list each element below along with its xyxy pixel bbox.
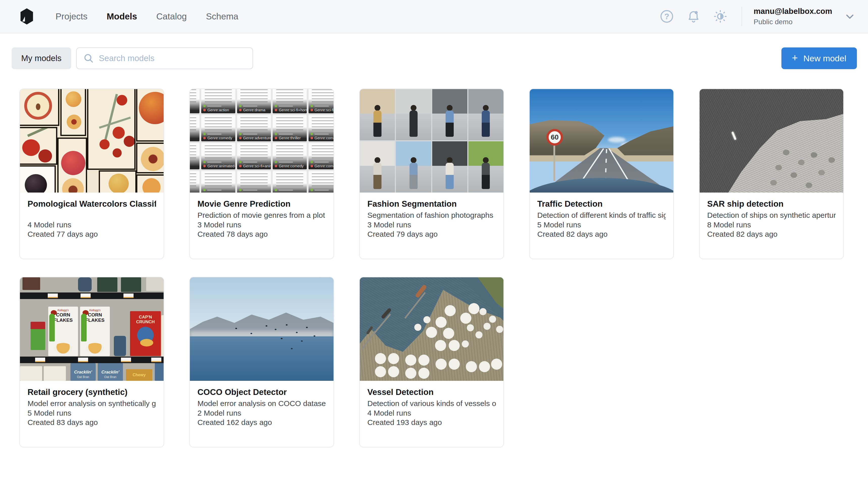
model-card-coco[interactable]: COCO Object Detector Model error analysi… — [189, 277, 334, 447]
model-card-sar[interactable]: SAR ship detection Detection of ships on… — [699, 89, 844, 259]
shelf — [20, 357, 164, 363]
model-card-body: COCO Object Detector Model error analysi… — [190, 381, 334, 427]
model-description: Detection of various kinds of vessels on… — [367, 399, 496, 408]
model-thumbnail — [360, 277, 503, 381]
deco — [66, 91, 81, 107]
main-nav: Projects Models Catalog Schema — [56, 11, 238, 22]
deco — [87, 89, 135, 170]
model-card-pomological[interactable]: Pomological Watercolors Classificat... 4… — [20, 89, 164, 259]
search-icon — [83, 53, 94, 64]
deco: Genre:animated+family — [201, 143, 235, 169]
deco — [190, 143, 199, 169]
deco — [108, 173, 129, 193]
deco — [432, 141, 467, 193]
user-email: manu@labelbox.com — [754, 6, 832, 17]
model-created: Created 79 days ago — [367, 229, 496, 239]
new-model-button[interactable]: + New model — [781, 47, 857, 69]
model-card-body: Vessel Detection Detection of various ki… — [360, 381, 503, 427]
model-thumbnail: Genre:action Genre:drama Genre:sci-fi+ho… — [190, 89, 334, 193]
deco — [62, 178, 84, 193]
deco: Genre:comedy — [309, 115, 334, 141]
top-nav: Projects Models Catalog Schema ? — [0, 0, 868, 33]
deco — [23, 277, 40, 290]
nav-item-schema[interactable]: Schema — [206, 11, 238, 22]
ship-blip — [732, 131, 737, 140]
deco: Genre:sci-fi+animated — [237, 143, 271, 169]
model-card-movie-genre[interactable]: Genre:action Genre:drama Genre:sci-fi+ho… — [189, 89, 334, 259]
deco — [136, 174, 164, 193]
deco — [113, 149, 122, 158]
model-runs: 2 Model runs — [197, 408, 326, 418]
model-description: Segmentation of fashion photographs — [367, 211, 496, 220]
model-thumbnail — [190, 277, 334, 381]
pier — [404, 292, 426, 319]
model-description: Prediction of movie genres from a plot s… — [197, 211, 326, 220]
deco — [360, 141, 395, 193]
deco — [141, 147, 164, 171]
shelf — [20, 292, 164, 299]
model-card-body: Retail grocery (synthetic) Model error a… — [20, 381, 164, 427]
models-toolbar: My models + New model — [0, 47, 868, 69]
model-card-traffic[interactable]: 60 Traffic Detection Detection of differ… — [529, 89, 674, 259]
deco — [121, 277, 141, 292]
deco — [155, 361, 164, 381]
model-card-fashion[interactable]: Fashion Segmentation Segmentation of fas… — [359, 89, 504, 259]
deco — [113, 127, 125, 139]
nav-item-projects[interactable]: Projects — [56, 11, 87, 22]
model-card-body: SAR ship detection Detection of ships on… — [700, 193, 843, 239]
model-thumbnail — [360, 89, 503, 193]
nav-divider — [742, 7, 742, 26]
model-card-body: Fashion Segmentation Segmentation of fas… — [360, 193, 503, 239]
model-description: Detection of different kinds of traffic … — [537, 211, 666, 220]
deco — [99, 117, 131, 129]
theme-toggle-button[interactable] — [712, 8, 728, 25]
nav-item-catalog[interactable]: Catalog — [156, 11, 187, 22]
search-input[interactable] — [99, 54, 246, 63]
deco — [117, 95, 127, 105]
model-title: Pomological Watercolors Classificat... — [28, 199, 156, 209]
deco — [396, 141, 431, 193]
deco — [432, 89, 467, 140]
deco — [360, 89, 395, 140]
nav-item-models[interactable]: Models — [106, 11, 137, 22]
model-created: Created 162 days ago — [197, 418, 326, 427]
deco — [61, 151, 85, 175]
deco — [31, 322, 45, 350]
help-button[interactable]: ? — [659, 8, 675, 25]
deco: Genre:action — [201, 89, 235, 113]
model-thumbnail — [700, 89, 843, 193]
notifications-button[interactable] — [685, 8, 702, 25]
deco — [38, 150, 52, 162]
deco — [20, 127, 57, 165]
model-card-body: Movie Genre Prediction Prediction of mov… — [190, 193, 334, 239]
deco: Genre:drama — [237, 89, 271, 113]
chevron-down-icon[interactable] — [844, 10, 856, 23]
deco: Genre:drama — [273, 171, 307, 193]
user-menu[interactable]: manu@labelbox.com Public demo — [754, 6, 832, 26]
model-title: SAR ship detection — [707, 199, 836, 209]
my-models-filter-button[interactable]: My models — [11, 47, 71, 69]
model-description: Detection of ships on synthetic aperture… — [707, 211, 836, 220]
model-description: Model error analysis on COCO dataset — [197, 399, 326, 408]
deco: Genre:thriller — [201, 171, 235, 193]
cereal-box: Cracklin' Oat Bran — [70, 363, 96, 381]
deco — [99, 170, 136, 193]
model-thumbnail: 60 — [530, 89, 673, 193]
deco — [139, 92, 164, 124]
model-created: Created 78 days ago — [197, 229, 326, 239]
cereal-box: Kellogg's CORN FLAKES — [80, 307, 110, 356]
model-card-body: Traffic Detection Detection of different… — [530, 193, 673, 239]
plus-icon: + — [792, 52, 798, 64]
deco: Genre:comedy — [309, 143, 334, 169]
deco — [36, 103, 40, 110]
labelbox-logo[interactable] — [20, 8, 33, 25]
deco — [190, 89, 199, 113]
cereal-box: CAP'N CRUNCH — [130, 311, 161, 356]
deco — [161, 315, 164, 357]
model-created: Created 193 days ago — [367, 418, 496, 427]
model-card-retail[interactable]: Kellogg's CORN FLAKES Kellogg's CORN FLA… — [20, 277, 164, 447]
model-description: Model error analysis on synthetically ge… — [28, 399, 156, 408]
model-card-vessel[interactable]: Vessel Detection Detection of various ki… — [359, 277, 504, 447]
cereal-box: Chewy — [126, 369, 152, 381]
deco: Genre:adventure+action — [237, 115, 271, 141]
